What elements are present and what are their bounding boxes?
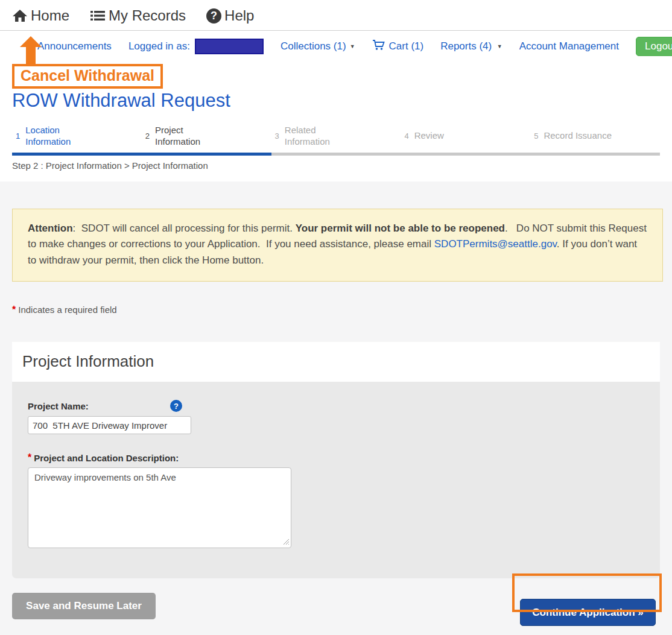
step-label: Location Information [25, 125, 98, 148]
account-bar: Announcements Logged in as: Collections … [0, 31, 672, 63]
project-name-input[interactable] [28, 416, 191, 434]
nav-my-records-label: My Records [109, 7, 186, 24]
step-number: 5 [534, 131, 538, 141]
cart-icon [372, 39, 385, 54]
breadcrumb: Step 2 : Project Information > Project I… [12, 160, 660, 178]
nav-help[interactable]: ? Help [206, 7, 254, 24]
list-icon [90, 9, 106, 22]
attention-bold: Your permit will not be able to be reope… [296, 223, 505, 234]
required-asterisk: * [12, 305, 16, 315]
logout-button[interactable]: Logout [636, 37, 672, 56]
attention-bold: Attention [28, 223, 73, 234]
annotation-cancel-withdrawal: Cancel Withdrawal [12, 64, 163, 89]
tab-location-information[interactable]: 1 Location Information [12, 121, 142, 156]
tab-related-information: 3 Related Information [271, 121, 401, 156]
cart-menu[interactable]: Cart (1) [372, 39, 424, 54]
sdot-permits-email-link[interactable]: SDOTPermits@seattle.gov [434, 238, 557, 250]
cart-link: Cart (1) [389, 40, 424, 52]
tab-review: 4 Review [401, 121, 530, 156]
tab-project-information[interactable]: 2 Project Information [142, 121, 271, 156]
nav-help-label: Help [224, 7, 254, 24]
chevron-down-icon: ▼ [495, 43, 502, 49]
step-label: Related Information [285, 125, 357, 148]
collections-menu[interactable]: Collections (1) ▼ [281, 40, 355, 52]
nav-home-label: Home [31, 7, 69, 24]
annotation-arrow-icon [20, 36, 42, 65]
reports-menu[interactable]: Reports (4) ▼ [440, 40, 502, 52]
continue-application-button[interactable]: Continue Application » [520, 599, 656, 626]
announcements-link[interactable]: Announcements [37, 40, 112, 52]
resize-handle-icon[interactable] [283, 537, 290, 548]
step-label: Project Information [155, 125, 227, 148]
step-label: Review [414, 130, 444, 142]
logged-in-as-label: Logged in as: [128, 40, 190, 52]
account-management-link[interactable]: Account Management [519, 40, 619, 52]
required-asterisk: * [28, 452, 31, 463]
tab-record-issuance: 5 Record Issuance [530, 121, 660, 156]
collections-link: Collections (1) [281, 40, 346, 52]
button-row: Save and Resume Later Continue Applicati… [0, 593, 672, 619]
section-body: Project Name: ? * Project and Location D… [12, 382, 660, 578]
home-icon [12, 8, 28, 23]
page-title: ROW Withdrawal Request [12, 90, 660, 112]
top-nav: Home My Records ? Help [0, 0, 672, 31]
step-number: 1 [16, 131, 20, 141]
save-and-resume-button[interactable]: Save and Resume Later [12, 593, 156, 619]
description-label: Project and Location Description: [34, 453, 179, 463]
step-number: 4 [404, 131, 408, 141]
project-name-label: Project Name: [28, 401, 89, 411]
chevron-down-icon: ▼ [350, 43, 355, 49]
nav-my-records[interactable]: My Records [90, 7, 186, 24]
step-number: 3 [275, 131, 279, 141]
required-field-note: *Indicates a required field [12, 305, 660, 315]
reports-link: Reports (4) [440, 40, 492, 52]
help-icon: ? [206, 8, 221, 24]
content-area: Attention: SDOT will cancel all processi… [0, 182, 672, 620]
attention-notice: Attention: SDOT will cancel all processi… [12, 209, 663, 282]
project-information-section: Project Information Project Name: ? * Pr… [12, 342, 660, 578]
description-textarea[interactable]: Driveway improvements on 5th Ave [28, 467, 291, 548]
field-help-icon[interactable]: ? [170, 400, 182, 412]
username-redacted [195, 39, 264, 54]
nav-home[interactable]: Home [12, 7, 69, 24]
step-label: Record Issuance [544, 130, 612, 142]
header-area: Home My Records ? Help Announcements Log… [0, 0, 672, 182]
step-tabs: 1 Location Information 2 Project Informa… [12, 121, 660, 156]
logged-in-as: Logged in as: [128, 39, 264, 54]
section-title: Project Information [12, 342, 660, 382]
step-number: 2 [145, 131, 150, 141]
